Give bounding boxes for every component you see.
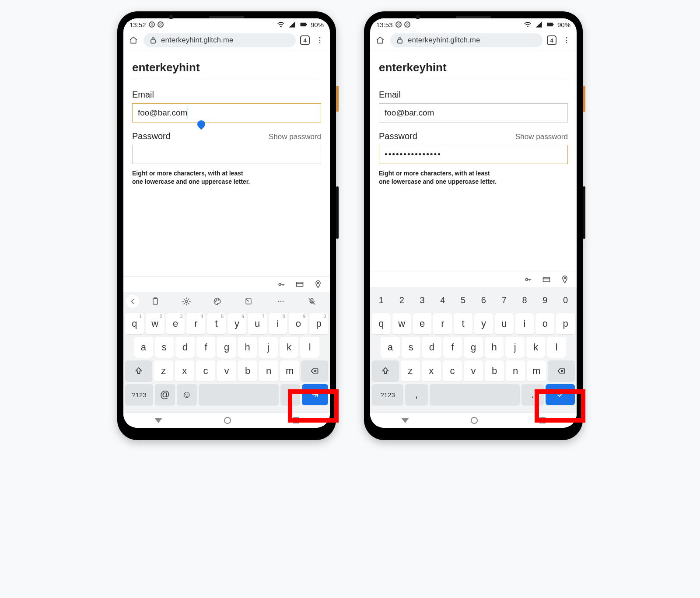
password-field[interactable]: ••••••••••••••• [379, 145, 568, 164]
key-q[interactable]: q [372, 313, 391, 334]
show-password-link[interactable]: Show password [269, 133, 321, 141]
tab-count[interactable]: 4 [300, 35, 310, 45]
pin-icon[interactable] [313, 280, 323, 289]
nav-home-icon[interactable] [224, 417, 231, 424]
key-z[interactable]: z [154, 360, 173, 381]
key-t[interactable]: t [454, 313, 472, 334]
key-v[interactable]: v [217, 360, 236, 381]
key-r[interactable]: r4 [186, 313, 205, 334]
key-d[interactable]: d [422, 337, 441, 358]
key-1[interactable]: 1 [372, 290, 391, 311]
key-5[interactable]: 5 [454, 290, 472, 311]
card-icon[interactable] [295, 280, 304, 289]
key-w[interactable]: w [392, 313, 411, 334]
key-y[interactable]: y [474, 313, 493, 334]
mic-off-icon[interactable] [297, 295, 327, 308]
key-8[interactable]: 8 [515, 290, 534, 311]
key-n[interactable]: n [506, 360, 525, 381]
shift-key[interactable] [372, 360, 399, 381]
key-p[interactable]: p0 [309, 313, 328, 334]
key-o[interactable]: o9 [289, 313, 308, 334]
key-p[interactable]: p [556, 313, 575, 334]
symbols-key[interactable]: ?123 [125, 384, 153, 405]
backspace-key[interactable] [548, 360, 575, 381]
email-field[interactable]: foo@bar.com [132, 103, 321, 122]
key-l[interactable]: l [300, 337, 319, 358]
key-g[interactable]: g [217, 337, 236, 358]
key-u[interactable]: u7 [248, 313, 267, 334]
email-field[interactable]: foo@bar.com [379, 103, 568, 122]
key-m[interactable]: m [280, 360, 299, 381]
key-9[interactable]: 9 [536, 290, 554, 311]
key-b[interactable]: b [238, 360, 257, 381]
key-period[interactable]: . [280, 384, 301, 405]
key-u[interactable]: u [495, 313, 514, 334]
key-h[interactable]: h [238, 337, 257, 358]
key-b[interactable]: b [485, 360, 504, 381]
key-m[interactable]: m [527, 360, 546, 381]
key-3[interactable]: 3 [413, 290, 432, 311]
url-bar[interactable]: enterkeyhint.glitch.me [390, 33, 542, 47]
enter-key[interactable] [302, 384, 328, 405]
more-icon[interactable] [314, 35, 326, 46]
key-k[interactable]: k [280, 337, 299, 358]
key-a[interactable]: a [381, 337, 400, 358]
key-i[interactable]: i8 [269, 313, 287, 334]
palette-icon[interactable] [202, 295, 232, 308]
key-4[interactable]: 4 [433, 290, 452, 311]
home-icon[interactable] [374, 35, 386, 46]
key-q[interactable]: q1 [125, 313, 144, 334]
key-j[interactable]: j [505, 337, 525, 358]
key-icon[interactable] [276, 280, 286, 289]
key-icon[interactable] [523, 275, 533, 284]
key-0[interactable]: 0 [556, 290, 575, 311]
text-cursor-handle-icon[interactable] [196, 119, 206, 129]
symbols-key[interactable]: ?123 [372, 384, 403, 405]
key-f[interactable]: f [196, 337, 216, 358]
space-key[interactable] [430, 384, 520, 405]
key-j[interactable]: j [259, 337, 278, 358]
key-r[interactable]: r [433, 313, 452, 334]
enter-key[interactable] [546, 384, 575, 405]
key-a[interactable]: a [134, 337, 153, 358]
key-z[interactable]: z [401, 360, 420, 381]
key-t[interactable]: t5 [207, 313, 226, 334]
dots-icon[interactable] [266, 295, 296, 308]
tab-count[interactable]: 4 [547, 35, 556, 45]
gear-icon[interactable] [171, 295, 201, 308]
password-field[interactable] [132, 145, 321, 164]
key-i[interactable]: i [515, 313, 534, 334]
key-e[interactable]: e3 [166, 313, 185, 334]
nav-back-icon[interactable] [401, 418, 409, 423]
key-v[interactable]: v [464, 360, 483, 381]
shift-key[interactable] [125, 360, 152, 381]
nav-recent-icon[interactable] [293, 417, 299, 423]
key-sym1[interactable]: @ [155, 384, 175, 405]
chevron-left-icon[interactable] [126, 295, 139, 308]
card-icon[interactable] [542, 275, 551, 284]
nav-back-icon[interactable] [154, 418, 162, 423]
key-f[interactable]: f [443, 337, 462, 358]
key-s[interactable]: s [155, 337, 174, 358]
key-e[interactable]: e [413, 313, 432, 334]
pin-icon[interactable] [560, 275, 570, 284]
url-bar[interactable]: enterkeyhint.glitch.me [144, 33, 296, 47]
key-o[interactable]: o [536, 313, 554, 334]
key-k[interactable]: k [526, 337, 546, 358]
sticker-icon[interactable] [234, 295, 264, 308]
key-c[interactable]: c [443, 360, 462, 381]
key-x[interactable]: x [175, 360, 194, 381]
key-x[interactable]: x [422, 360, 441, 381]
home-icon[interactable] [128, 35, 139, 46]
key-w[interactable]: w2 [146, 313, 164, 334]
show-password-link[interactable]: Show password [515, 133, 568, 141]
key-y[interactable]: y6 [228, 313, 246, 334]
nav-recent-icon[interactable] [539, 417, 546, 423]
key-period[interactable]: . [522, 384, 544, 405]
key-d[interactable]: d [175, 337, 195, 358]
key-h[interactable]: h [485, 337, 504, 358]
key-2[interactable]: 2 [392, 290, 411, 311]
key-sym1[interactable]: , [405, 384, 428, 405]
clipboard-icon[interactable] [140, 295, 170, 308]
key-7[interactable]: 7 [495, 290, 514, 311]
